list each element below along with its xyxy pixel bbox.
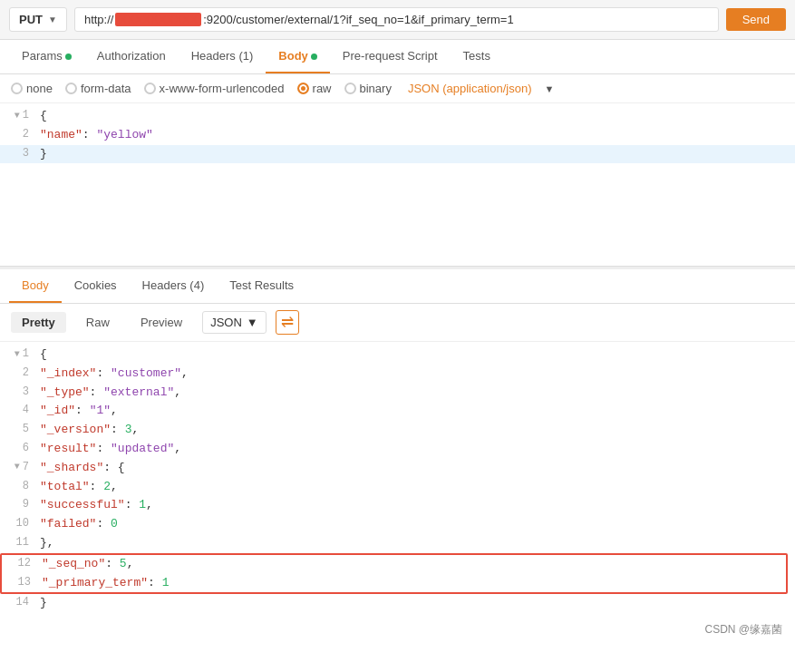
resp-content-9: "successful": 1, (36, 496, 795, 515)
resp-content-14: } (36, 594, 795, 613)
radio-label-x-www-form-urlencoded: x-www-form-urlencoded (160, 82, 285, 95)
request-tabs: ParamsAuthorizationHeaders (1)BodyPre-re… (0, 40, 795, 74)
radio-label-binary: binary (360, 82, 392, 95)
radio-circle-binary (344, 83, 356, 94)
resp-content-5: "_version": 3, (36, 421, 795, 440)
resp-line-8: 8 "total": 2, (0, 478, 795, 497)
resp-line-14: 14} (0, 594, 795, 613)
url-redacted: XXXXXXXXXX (115, 13, 201, 26)
watermark: CSDN @缘嘉菌 (0, 617, 795, 641)
resp-gutter-3: 3 (0, 384, 36, 401)
req-gutter-1: ▼1 (0, 107, 36, 124)
req-content-3: } (36, 145, 795, 164)
resp-content-2: "_index": "customer", (36, 365, 795, 384)
resp-linenum-6: 6 (23, 440, 29, 457)
resp-line-7: ▼7 "_shards": { (0, 459, 795, 478)
json-type-dropdown-icon[interactable]: ▼ (544, 83, 554, 94)
resp-gutter-6: 6 (0, 440, 36, 457)
req-linenum-3: 3 (23, 145, 29, 162)
resp-line-5: 5 "_version": 3, (0, 421, 795, 440)
radio-circle-raw (297, 83, 309, 94)
resp-gutter-14: 14 (0, 594, 36, 611)
resp-linenum-5: 5 (23, 421, 29, 438)
req-content-1: { (36, 107, 795, 126)
resp-content-6: "result": "updated", (36, 440, 795, 459)
resp-linenum-9: 9 (23, 496, 29, 513)
resp-line-3: 3 "_type": "external", (0, 384, 795, 403)
request-tab-authorization[interactable]: Authorization (84, 40, 179, 73)
resp-content-4: "_id": "1", (36, 402, 795, 421)
resp-linenum-7: 7 (23, 459, 29, 476)
resp-content-1: { (36, 346, 795, 365)
resp-content-7: "_shards": { (36, 459, 795, 478)
request-tab-tests[interactable]: Tests (451, 40, 503, 73)
resp-content-3: "_type": "external", (36, 384, 795, 403)
resp-gutter-12: 12 (2, 555, 38, 572)
method-select[interactable]: PUT ▼ (9, 7, 67, 32)
response-tabs: BodyCookiesHeaders (4)Test Results (0, 269, 795, 304)
resp-linenum-14: 14 (16, 594, 29, 611)
resp-gutter-11: 11 (0, 534, 36, 551)
request-tab-headers[interactable]: Headers (1) (179, 40, 267, 73)
wrap-icon[interactable]: ⇌ (276, 310, 299, 335)
req-line-3: 3} (0, 145, 795, 164)
request-tab-body[interactable]: Body (266, 40, 330, 73)
req-linenum-2: 2 (23, 126, 29, 143)
body-option-none[interactable]: none (11, 82, 53, 95)
url-suffix: :9200/customer/external/1?if_seq_no=1&if… (203, 13, 514, 26)
resp-gutter-5: 5 (0, 421, 36, 438)
req-gutter-2: 2 (0, 126, 36, 143)
resp-content-13: "_primary_term": 1 (38, 574, 786, 593)
format-btn-pretty[interactable]: Pretty (11, 312, 66, 333)
response-tab-test-results[interactable]: Test Results (217, 269, 306, 303)
req-line-1: ▼1{ (0, 107, 795, 126)
format-btn-raw[interactable]: Raw (75, 312, 121, 333)
resp-gutter-1: ▼1 (0, 346, 36, 363)
resp-gutter-9: 9 (0, 496, 36, 513)
body-option-x-www-form-urlencoded[interactable]: x-www-form-urlencoded (144, 82, 285, 95)
resp-linenum-4: 4 (23, 402, 29, 419)
resp-content-8: "total": 2, (36, 478, 795, 497)
request-tab-params[interactable]: Params (9, 40, 84, 73)
format-btn-preview[interactable]: Preview (130, 312, 193, 333)
radio-label-form-data: form-data (81, 82, 131, 95)
response-tab-cookies[interactable]: Cookies (62, 269, 130, 303)
method-value: PUT (19, 13, 43, 26)
radio-label-none: none (26, 82, 53, 95)
url-display[interactable]: http://XXXXXXXXXX:9200/customer/external… (74, 7, 719, 32)
resp-linenum-1: 1 (23, 346, 29, 363)
resp-line-1: ▼1{ (0, 346, 795, 365)
response-tab-headers[interactable]: Headers (4) (130, 269, 218, 303)
highlighted-lines-box: 12 "_seq_no": 5,13 "_primary_term": 1 (0, 553, 788, 595)
json-type-label[interactable]: JSON (application/json) (408, 82, 532, 95)
response-format-select[interactable]: JSON ▼ (202, 311, 267, 334)
req-line-2: 2 "name": "yellow" (0, 126, 795, 145)
response-tab-body[interactable]: Body (9, 269, 62, 303)
resp-content-10: "failed": 0 (36, 515, 795, 534)
request-tab-pre-request[interactable]: Pre-request Script (330, 40, 451, 73)
resp-content-12: "_seq_no": 5, (38, 555, 786, 574)
resp-line-11: 11 }, (0, 534, 795, 553)
body-option-binary[interactable]: binary (344, 82, 392, 95)
radio-circle-none (11, 83, 23, 94)
resp-toggle-1[interactable]: ▼ (15, 347, 20, 362)
resp-gutter-4: 4 (0, 402, 36, 419)
req-toggle-1[interactable]: ▼ (15, 109, 20, 123)
format-select-chevron-icon: ▼ (247, 316, 258, 329)
req-linenum-1: 1 (23, 107, 29, 124)
method-chevron-icon: ▼ (48, 15, 57, 24)
resp-linenum-2: 2 (23, 365, 29, 382)
request-body-editor[interactable]: ▼1{2 "name": "yellow"3} (0, 103, 795, 267)
resp-line-12: 12 "_seq_no": 5, (2, 555, 786, 574)
tab-dot-body (311, 54, 317, 60)
resp-gutter-2: 2 (0, 365, 36, 382)
body-option-raw[interactable]: raw (297, 82, 332, 95)
resp-toggle-7[interactable]: ▼ (15, 460, 20, 474)
resp-line-10: 10 "failed": 0 (0, 515, 795, 534)
send-button[interactable]: Send (726, 8, 786, 31)
body-options-row: noneform-datax-www-form-urlencodedrawbin… (0, 74, 795, 103)
resp-gutter-8: 8 (0, 478, 36, 495)
response-format-row: PrettyRawPreviewJSON ▼⇌ (0, 304, 795, 342)
body-option-form-data[interactable]: form-data (65, 82, 131, 95)
resp-linenum-13: 13 (18, 574, 31, 591)
